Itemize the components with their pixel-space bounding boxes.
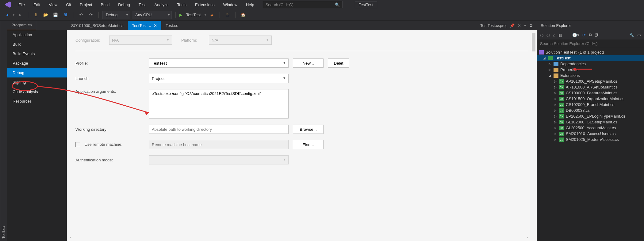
chevron-right-icon[interactable]: ▷ bbox=[554, 97, 557, 100]
file-node[interactable]: ▷C#SM201010_AccessUsers.cs bbox=[537, 131, 644, 137]
pin-icon[interactable]: 📌 bbox=[510, 23, 515, 28]
gear-icon[interactable]: ⚙ bbox=[529, 23, 533, 28]
sidebar-item-package[interactable]: Package bbox=[7, 58, 67, 68]
switch-view-icon[interactable]: ▥ bbox=[558, 33, 562, 37]
tab-sosetup[interactable]: SO101000_SOSetupMaint.cs bbox=[67, 21, 128, 30]
tab-testtest-properties[interactable]: TestTest ⟂ ✕ bbox=[128, 21, 162, 30]
solution-explorer-search[interactable]: Search Solution Explorer (Ctrl+;) bbox=[537, 40, 644, 48]
undo-button[interactable]: ↶ bbox=[77, 11, 85, 19]
project-node[interactable]: ◢ TestTest bbox=[537, 55, 644, 61]
folder-button[interactable]: 🗀 bbox=[224, 11, 232, 19]
file-node[interactable]: ▷C#AR101000_ARSetupMaint.cs bbox=[537, 84, 644, 90]
refresh-icon[interactable]: ⟳ bbox=[582, 33, 586, 37]
file-node[interactable]: ▷C#GL102000_GLSetupMaint.cs bbox=[537, 119, 644, 125]
close-icon[interactable]: ✕ bbox=[518, 23, 521, 28]
menu-project[interactable]: Project bbox=[75, 1, 96, 8]
file-node[interactable]: ▷C#AP101000_APSetupMaint.cs bbox=[537, 78, 644, 84]
close-icon[interactable]: ✕ bbox=[154, 23, 157, 28]
menu-git[interactable]: Git bbox=[62, 1, 75, 8]
show-all-icon[interactable]: 🗐 bbox=[595, 33, 599, 37]
sidebar-item-debug[interactable]: Debug bbox=[7, 68, 67, 77]
horizontal-scrollbar[interactable] bbox=[70, 235, 528, 240]
menu-build[interactable]: Build bbox=[96, 1, 114, 8]
file-node[interactable]: ▷C#CS100000_FeaturesMaint.cs bbox=[537, 90, 644, 96]
save-button[interactable]: 💾 bbox=[52, 11, 59, 19]
collapse-all-icon[interactable]: ⧉ bbox=[589, 32, 592, 37]
browser-link-button[interactable]: 🏠 bbox=[239, 11, 247, 19]
start-debug-icon[interactable]: ▶ bbox=[179, 13, 182, 17]
chevron-right-icon[interactable]: ▷ bbox=[554, 126, 557, 130]
toolbox-tab[interactable]: Toolbox bbox=[0, 21, 7, 241]
save-all-button[interactable]: 🖫 bbox=[61, 11, 69, 19]
properties-node[interactable]: ▷ Properties bbox=[537, 67, 644, 73]
sidebar-item-code-analysis[interactable]: Code Analysis bbox=[7, 87, 67, 96]
solution-platform-dropdown[interactable]: Any CPU bbox=[132, 11, 172, 19]
chevron-down-icon[interactable]: ◢ bbox=[542, 56, 546, 60]
profile-new-button[interactable]: New... bbox=[293, 58, 324, 68]
profile-delete-button[interactable]: Delet bbox=[328, 58, 349, 68]
sidebar-item-signing[interactable]: Signing bbox=[7, 77, 67, 87]
vertical-scrollbar[interactable] bbox=[531, 33, 536, 238]
tab-test-cs[interactable]: Test.cs bbox=[161, 21, 182, 30]
properties-icon[interactable]: 🔧 bbox=[629, 33, 634, 37]
hot-reload-icon[interactable]: ⬙ bbox=[208, 11, 216, 19]
menu-debug[interactable]: Debug bbox=[114, 1, 134, 8]
chevron-right-icon[interactable]: ▷ bbox=[554, 103, 557, 106]
pin-icon[interactable]: ⟂ bbox=[149, 24, 151, 27]
nav-back-button[interactable]: ◄ bbox=[3, 11, 11, 19]
working-dir-input[interactable] bbox=[149, 125, 289, 134]
chevron-right-icon[interactable]: ▷ bbox=[554, 132, 557, 135]
menu-extensions[interactable]: Extensions bbox=[191, 1, 219, 8]
working-dir-browse-button[interactable]: Browse... bbox=[293, 125, 324, 134]
chevron-right-icon[interactable]: ▷ bbox=[554, 109, 557, 112]
menu-edit[interactable]: Edit bbox=[29, 1, 44, 8]
menu-analyze[interactable]: Analyze bbox=[150, 1, 173, 8]
nav-fwd-button[interactable]: ► bbox=[16, 11, 24, 19]
file-node[interactable]: ▷C#DB000038.cs bbox=[537, 107, 644, 113]
project-dropdown-label[interactable]: TestTest.csproj bbox=[480, 23, 507, 28]
profile-dropdown[interactable] bbox=[149, 58, 289, 68]
menu-test[interactable]: Test bbox=[134, 1, 150, 8]
menu-tools[interactable]: Tools bbox=[173, 1, 191, 8]
nav-back-icon[interactable]: ◌ bbox=[540, 33, 543, 37]
launch-dropdown[interactable] bbox=[149, 74, 289, 83]
dependencies-node[interactable]: ▷ Dependencies bbox=[537, 61, 644, 67]
menu-window[interactable]: Window bbox=[219, 1, 242, 8]
file-node[interactable]: ▷C#CS101500_OrganizationMaint.cs bbox=[537, 96, 644, 102]
tab-program-cs[interactable]: Program.cs bbox=[7, 21, 36, 30]
nav-fwd-icon[interactable]: ◌ bbox=[546, 33, 550, 37]
chevron-right-icon[interactable]: ▷ bbox=[554, 120, 557, 124]
chevron-right-icon[interactable]: ▷ bbox=[554, 85, 557, 89]
solution-config-dropdown[interactable]: Debug bbox=[102, 11, 130, 19]
sidebar-item-application[interactable]: Application bbox=[7, 30, 67, 40]
file-node[interactable]: ▷C#GL202500_AccountMaint.cs bbox=[537, 125, 644, 131]
menu-view[interactable]: View bbox=[44, 1, 62, 8]
remote-machine-checkbox[interactable] bbox=[75, 142, 80, 147]
sidebar-item-resources[interactable]: Resources bbox=[7, 96, 67, 106]
redo-button[interactable]: ↷ bbox=[87, 11, 95, 19]
chevron-right-icon[interactable]: ▷ bbox=[548, 62, 552, 66]
quick-search-input[interactable]: Search (Ctrl+Q) 🔍 bbox=[263, 1, 343, 8]
chevron-right-icon[interactable]: ▷ bbox=[554, 80, 557, 83]
menu-help[interactable]: Help bbox=[242, 1, 259, 8]
file-node[interactable]: ▷C#EP202500_EPLoginTypeMaint.cs bbox=[537, 113, 644, 119]
app-args-input[interactable] bbox=[149, 89, 289, 119]
remote-find-button[interactable]: Find... bbox=[293, 140, 324, 149]
chevron-right-icon[interactable]: ▷ bbox=[554, 115, 557, 118]
sidebar-item-build[interactable]: Build bbox=[7, 40, 67, 49]
solution-root-node[interactable]: Solution 'TestTest' (1 of 1 project) bbox=[537, 49, 644, 55]
chevron-right-icon[interactable]: ▷ bbox=[554, 91, 557, 95]
new-item-button[interactable]: 🗎 bbox=[32, 11, 40, 19]
file-node[interactable]: ▷C#SM201025_ModernAccess.cs bbox=[537, 137, 644, 142]
open-button[interactable]: 📂 bbox=[42, 11, 50, 19]
preview-icon[interactable]: ▭ bbox=[637, 33, 641, 37]
file-node[interactable]: ▷C#CS102000_BranchMaint.cs bbox=[537, 102, 644, 107]
home-icon[interactable]: ⌂ bbox=[553, 33, 555, 37]
chevron-down-icon[interactable]: ▾ bbox=[524, 23, 526, 28]
extensions-folder-node[interactable]: ◢ Extensions bbox=[537, 73, 644, 78]
start-target-label[interactable]: TestTest bbox=[184, 13, 203, 17]
chevron-right-icon[interactable]: ▷ bbox=[548, 68, 552, 71]
sidebar-item-build-events[interactable]: Build Events bbox=[7, 49, 67, 58]
pending-changes-icon[interactable]: 🕗▾ bbox=[572, 33, 579, 37]
chevron-right-icon[interactable]: ▷ bbox=[554, 138, 557, 141]
